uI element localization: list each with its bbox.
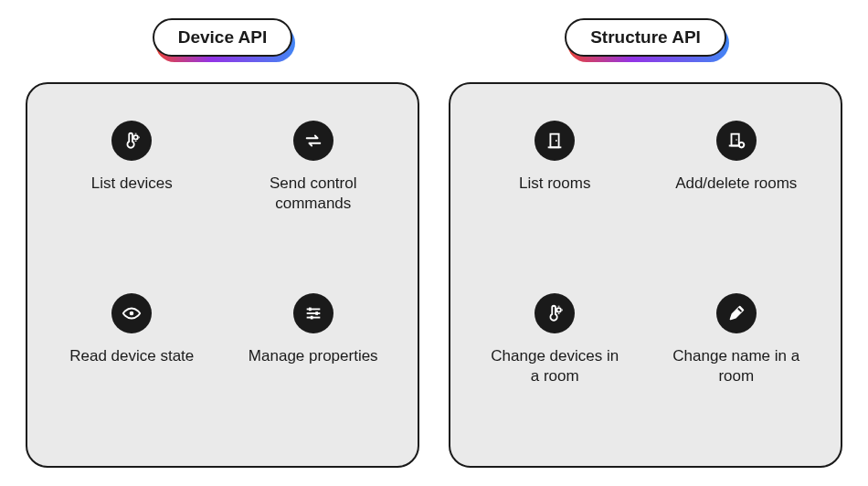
svg-point-23: [557, 308, 562, 312]
structure-api-title: Structure API: [565, 18, 726, 57]
feature-add-delete-rooms: Add/delete rooms: [668, 121, 805, 194]
feature-manage-props: Manage properties: [245, 293, 382, 366]
svg-rect-15: [731, 134, 738, 146]
feature-change-name: Change name in a room: [668, 293, 805, 386]
feature-change-devices: Change devices in a room: [486, 293, 623, 386]
svg-point-14: [556, 140, 557, 142]
feature-label: List devices: [91, 174, 173, 194]
pencil-icon: [716, 293, 757, 333]
svg-point-18: [739, 143, 745, 148]
feature-list-rooms: List rooms: [486, 121, 623, 194]
structure-api-card: List rooms Add/delete rooms Change devic…: [449, 82, 842, 468]
feature-label: Read device state: [69, 346, 194, 366]
feature-label: Change name in a room: [668, 346, 805, 386]
door-icon: [535, 121, 575, 161]
thermo-light-icon: [535, 293, 575, 333]
device-api-title: Device API: [153, 18, 293, 57]
svg-rect-12: [551, 134, 559, 148]
device-api-card: List devices Send control commands Read …: [26, 82, 419, 468]
eye-icon: [111, 293, 152, 333]
structure-api-column: Structure API List rooms Add/delete room…: [449, 18, 842, 468]
sliders-icon: [293, 293, 333, 333]
feature-label: Manage properties: [249, 346, 378, 366]
feature-label: Send control commands: [245, 174, 382, 214]
arrows-icon: [293, 121, 333, 161]
svg-point-5: [130, 312, 134, 316]
device-api-title-wrapper: Device API: [153, 18, 293, 57]
svg-point-17: [736, 139, 736, 140]
feature-label: Add/delete rooms: [675, 174, 797, 194]
device-api-column: Device API List devices Send control com…: [26, 18, 419, 468]
svg-point-0: [134, 135, 139, 140]
feature-label: List rooms: [519, 174, 590, 194]
feature-read-state: Read device state: [63, 293, 200, 366]
thermo-light-icon: [111, 121, 152, 161]
feature-label: Change devices in a room: [486, 346, 623, 386]
structure-api-title-wrapper: Structure API: [565, 18, 726, 57]
door-gear-icon: [716, 121, 757, 161]
feature-list-devices: List devices: [63, 121, 200, 194]
feature-send-control: Send control commands: [245, 121, 382, 214]
